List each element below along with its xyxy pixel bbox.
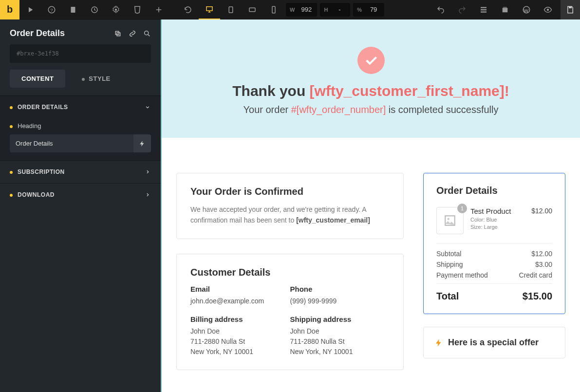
svg-point-4 — [115, 8, 117, 11]
settings-icon[interactable] — [105, 0, 127, 19]
svg-rect-2 — [71, 7, 75, 13]
height-field[interactable]: H- — [320, 3, 350, 17]
wordpress-icon[interactable] — [516, 0, 537, 19]
svg-point-16 — [145, 31, 149, 35]
chevron-right-icon — [144, 191, 151, 198]
customer-email: Email john.doe@example.com — [190, 285, 290, 306]
confirmation-text: We have accepted your order, and we're g… — [190, 204, 390, 226]
thank-you-heading: Thank you [wfty_customer_first_name]! — [176, 83, 565, 99]
order-item: 1 Test Product Color: Blue Size: Large $… — [436, 207, 552, 234]
clipboard-icon[interactable] — [62, 0, 84, 19]
order-details-card: Order Details 1 Test Product Color: Blue… — [423, 173, 565, 314]
offer-title: Here is a special offer — [448, 337, 539, 348]
shipping-address: Shipping address John Doe 711-2880 Nulla… — [290, 315, 390, 357]
desktop-view-icon[interactable] — [199, 0, 220, 19]
dynamic-data-button[interactable] — [133, 134, 151, 152]
preview-canvas[interactable]: Thank you [wfty_customer_first_name]! Yo… — [161, 19, 580, 392]
confirmation-card: Your Order is Confirmed We have accepted… — [176, 173, 404, 239]
order-subheading: Your order #[wfty_order_number] is compl… — [176, 104, 565, 115]
hero-section: Thank you [wfty_customer_first_name]! Yo… — [162, 19, 580, 138]
subtotal-row: Subtotal$12.00 — [436, 248, 552, 259]
tab-style[interactable]: STYLE — [70, 70, 122, 88]
section-order-details: ORDER DETAILS Heading — [0, 95, 161, 160]
width-field[interactable]: W992 — [286, 3, 317, 17]
svg-point-12 — [547, 8, 549, 11]
sidebar: Order Details #brxe-3e1f38 CONTENT STYLE… — [0, 19, 161, 392]
link-icon[interactable] — [129, 30, 136, 37]
svg-text:?: ? — [50, 7, 53, 12]
bolt-icon — [434, 338, 443, 347]
undo-icon[interactable] — [430, 0, 451, 19]
scale-field[interactable]: %79 — [353, 3, 384, 17]
element-id[interactable]: #brxe-3e1f38 — [10, 44, 151, 63]
check-icon — [357, 47, 385, 74]
svg-rect-7 — [249, 8, 255, 12]
svg-rect-10 — [503, 7, 507, 8]
offer-card: Here is a special offer — [423, 327, 565, 358]
item-name: Test Product — [470, 207, 524, 215]
heading-label: Heading — [0, 118, 161, 134]
svg-rect-6 — [229, 7, 233, 13]
section-subscription-toggle[interactable]: SUBSCRIPTION — [0, 161, 161, 183]
item-meta: Color: Blue — [470, 216, 524, 224]
customer-phone: Phone (999) 999-9999 — [290, 285, 390, 306]
customer-title: Customer Details — [190, 267, 390, 278]
chevron-down-icon — [144, 104, 151, 111]
item-price: $12.00 — [531, 207, 552, 234]
preview-icon[interactable] — [537, 0, 559, 19]
shipping-row: Shipping$3.00 — [436, 259, 552, 270]
help-icon[interactable]: ? — [41, 0, 62, 19]
section-subscription: SUBSCRIPTION — [0, 160, 161, 183]
reload-icon[interactable] — [177, 0, 199, 19]
product-thumb-icon: 1 — [436, 207, 464, 234]
search-icon[interactable] — [143, 30, 151, 37]
mobile-view-icon[interactable] — [263, 0, 284, 19]
chevron-right-icon — [144, 168, 151, 175]
tablet-landscape-icon[interactable] — [242, 0, 263, 19]
svg-rect-13 — [569, 6, 572, 8]
tab-content[interactable]: CONTENT — [10, 70, 65, 88]
payment-row: Payment methodCredit card — [436, 270, 552, 280]
redo-icon[interactable] — [451, 0, 473, 19]
section-download: DOWNLOAD — [0, 183, 161, 206]
pages-icon[interactable] — [494, 0, 516, 19]
item-qty-badge: 1 — [457, 204, 467, 213]
total-row: Total$15.00 — [436, 291, 552, 302]
item-meta: Size: Large — [470, 224, 524, 231]
billing-address: Billing address John Doe 711-2880 Nulla … — [190, 315, 290, 357]
panel-title: Order Details — [10, 28, 65, 38]
heading-input[interactable] — [10, 134, 133, 152]
clone-icon[interactable] — [114, 30, 122, 37]
tablet-portrait-icon[interactable] — [220, 0, 242, 19]
save-button[interactable] — [561, 0, 580, 19]
confirmation-title: Your Order is Confirmed — [190, 186, 390, 197]
customer-details-card: Customer Details Email john.doe@example.… — [176, 254, 404, 370]
add-icon[interactable] — [148, 0, 169, 19]
svg-rect-8 — [272, 6, 275, 13]
history-icon[interactable] — [84, 0, 105, 19]
css-icon[interactable] — [127, 0, 148, 19]
structure-icon[interactable] — [473, 0, 494, 19]
play-icon[interactable] — [19, 0, 41, 19]
logo: b — [0, 0, 19, 19]
section-order-details-toggle[interactable]: ORDER DETAILS — [0, 96, 161, 118]
svg-point-18 — [448, 218, 449, 220]
topbar: b ? W992 H- %79 — [0, 0, 580, 19]
svg-rect-5 — [206, 6, 212, 10]
svg-rect-9 — [503, 8, 508, 12]
order-details-title: Order Details — [436, 185, 552, 196]
section-download-toggle[interactable]: DOWNLOAD — [0, 184, 161, 206]
